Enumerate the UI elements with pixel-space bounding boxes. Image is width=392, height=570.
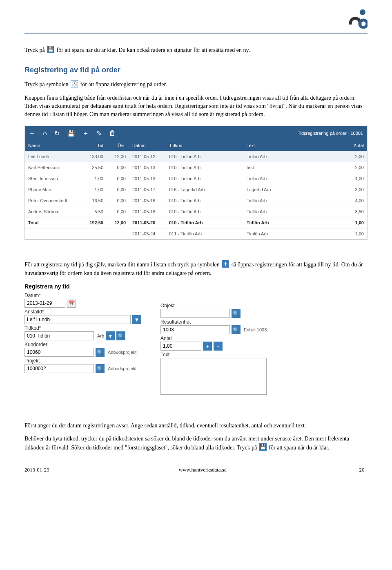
para-5: Först anger du det datum registreringen … — [24, 422, 368, 430]
col-tid: Tid — [82, 140, 107, 151]
refresh-icon[interactable]: ↻ — [54, 130, 60, 137]
resultatenhet-input[interactable] — [160, 325, 230, 334]
search-icon[interactable]: 🔍 — [232, 309, 241, 318]
dropdown-icon[interactable]: ▼ — [106, 331, 115, 340]
text-input[interactable] — [160, 358, 267, 395]
form-title: Registrera ny tid — [24, 283, 286, 290]
page-footer: 2013-01-29 www.hantverksdata.se - 20 - — [24, 464, 368, 473]
search-icon[interactable]: 🔍 — [232, 325, 241, 334]
svg-point-0 — [360, 9, 365, 15]
intro-para-2: Tryck på symbolen 🕓 för att öppna tidsre… — [24, 80, 368, 89]
clock-icon: 🕓 — [71, 80, 78, 87]
register-form: Registrera ny tid Datum* 📅 Anställd* ▼ T… — [24, 283, 286, 397]
label-datum: Datum* — [24, 293, 150, 298]
header-rule — [24, 33, 368, 34]
table-header-row: Namn Tid Övr. Datum Tidkod Text Antal — [25, 140, 367, 151]
intro-para-1: Tryck på 💾 för att spara när du är klar.… — [24, 46, 368, 54]
heading-time-register: Registrering av tid på order — [24, 66, 368, 74]
kundorder-anbud: Anbudsprojekt — [108, 350, 136, 355]
home-icon[interactable]: ⌂ — [43, 130, 47, 137]
anstalld-input[interactable] — [24, 315, 131, 324]
projekt-anbud: Anbudsprojekt — [108, 366, 136, 371]
objekt-input[interactable] — [160, 309, 230, 318]
col-namn: Namn — [25, 140, 82, 151]
label-text: Text — [160, 352, 286, 358]
label-tidkod: Tidkod* — [24, 325, 150, 331]
table-row[interactable]: 2011-05-24011 - Timlön ArbTimlön Arb1,00 — [25, 228, 367, 239]
time-table: ← ⌂ ↻ 💾 ＋ ✎ 🗑 Tidsregistrering på order … — [24, 126, 368, 240]
search-icon[interactable]: 🔍 — [116, 331, 125, 340]
intro-para-3: Knappen finns tillgänglig både från orde… — [24, 94, 368, 119]
table-row[interactable]: Phone Man1,000,002011-05-17016 - Lagerti… — [25, 184, 367, 195]
tidkod-input[interactable] — [24, 331, 94, 340]
back-icon[interactable]: ← — [29, 130, 36, 137]
tidkod-arb: Arb — [97, 333, 104, 338]
projekt-input[interactable] — [24, 364, 94, 373]
search-icon[interactable]: 🔍 — [96, 348, 105, 357]
save-icon: 💾 — [259, 443, 267, 451]
plus-icon: + — [222, 260, 229, 268]
save-icon[interactable]: 💾 — [67, 130, 75, 137]
calendar-icon[interactable]: 📅 — [67, 299, 76, 308]
footer-url: www.hantverksdata.se — [179, 467, 227, 473]
table-row[interactable]: Sten Johnsson1,000,002011-05-13010 - Tid… — [25, 173, 367, 184]
resultatenhet-enhet: Enhet 1003 — [244, 327, 267, 332]
col-datum: Datum — [129, 140, 166, 151]
antal-input[interactable] — [160, 342, 201, 351]
dropdown-icon[interactable]: ▼ — [132, 315, 141, 324]
table-row[interactable]: Anders Sörbom5,500,002011-05-18010 - Tid… — [25, 206, 367, 217]
add-icon[interactable]: ＋ — [82, 129, 89, 138]
table-row[interactable]: Leif Lundh133,0012,002011-05-12010 - Tid… — [25, 151, 367, 162]
footer-page: - 20 - — [356, 467, 368, 473]
minus-button[interactable]: − — [214, 342, 223, 351]
save-icon: 💾 — [47, 46, 54, 53]
label-objekt: Objekt — [160, 303, 286, 308]
svg-point-1 — [360, 20, 367, 27]
col-text: Text — [243, 140, 343, 151]
table-row[interactable]: Total192,5012,002011-05-20010 - Tidlön A… — [25, 217, 367, 228]
kundorder-input[interactable] — [24, 348, 94, 357]
table-row[interactable]: Peter Qvennerstedt16,500,002011-05-18010… — [25, 195, 367, 206]
col-ovr: Övr. — [107, 140, 129, 151]
label-projekt: Projekt — [24, 358, 150, 364]
datum-input[interactable] — [24, 299, 65, 308]
para-register-new: För att registrera ny tid på dig själv, … — [24, 260, 368, 277]
col-tidkod: Tidkod — [166, 140, 243, 151]
plus-button[interactable]: + — [203, 342, 212, 351]
brand-logo — [347, 8, 368, 29]
label-kundorder: Kundorder — [24, 342, 150, 347]
edit-icon[interactable]: ✎ — [96, 130, 102, 137]
footer-date: 2013-01-29 — [24, 467, 49, 473]
label-anstalld: Anställd* — [24, 309, 150, 315]
table-title: Tidsregistrering på order - 10001 — [298, 131, 363, 136]
table-row[interactable]: Karl Pettersson35,500,002011-05-13010 - … — [25, 162, 367, 173]
search-icon[interactable]: 🔍 — [96, 364, 105, 373]
para-6: Behöver du byta tidkod, trycker du på ti… — [24, 435, 368, 452]
label-antal: Antal — [160, 335, 286, 341]
col-antal: Antal — [343, 140, 367, 151]
delete-icon[interactable]: 🗑 — [109, 130, 116, 137]
label-resultatenhet: Resultatenhet — [160, 319, 286, 325]
table-toolbar: ← ⌂ ↻ 💾 ＋ ✎ 🗑 Tidsregistrering på order … — [25, 126, 367, 140]
